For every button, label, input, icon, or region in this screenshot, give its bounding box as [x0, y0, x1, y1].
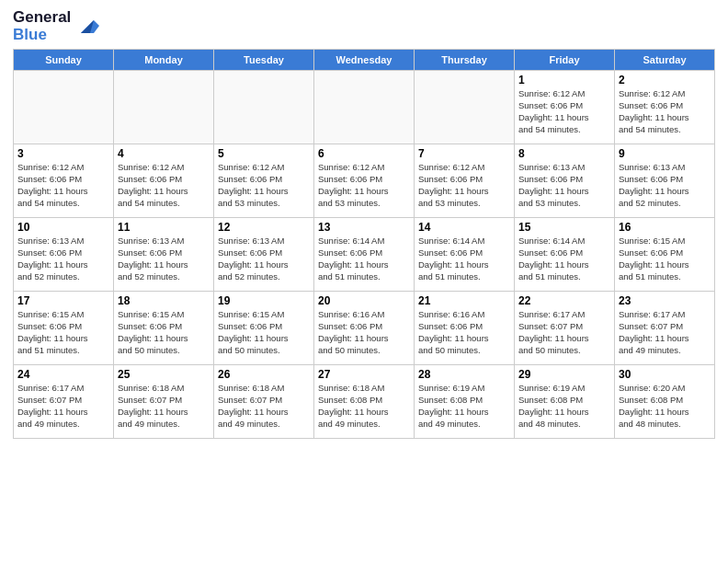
day-number: 3	[17, 147, 109, 160]
day-number: 29	[518, 368, 610, 381]
day-info: Sunrise: 6:14 AM Sunset: 6:06 PM Dayligh…	[518, 236, 610, 282]
day-info: Sunrise: 6:12 AM Sunset: 6:06 PM Dayligh…	[518, 88, 610, 135]
day-number: 4	[118, 147, 210, 160]
day-info: Sunrise: 6:19 AM Sunset: 6:08 PM Dayligh…	[518, 383, 610, 430]
calendar-cell: 3Sunrise: 6:12 AM Sunset: 6:06 PM Daylig…	[14, 144, 114, 218]
calendar-cell: 15Sunrise: 6:14 AM Sunset: 6:06 PM Dayli…	[515, 218, 615, 292]
day-number: 23	[619, 294, 711, 307]
weekday-header-monday: Monday	[114, 50, 214, 71]
day-info: Sunrise: 6:15 AM Sunset: 6:06 PM Dayligh…	[118, 309, 210, 356]
day-info: Sunrise: 6:17 AM Sunset: 6:07 PM Dayligh…	[518, 309, 610, 356]
calendar-cell: 21Sunrise: 6:16 AM Sunset: 6:06 PM Dayli…	[415, 292, 515, 365]
day-number: 2	[619, 74, 711, 86]
day-info: Sunrise: 6:13 AM Sunset: 6:06 PM Dayligh…	[218, 236, 310, 282]
day-number: 18	[118, 294, 210, 307]
calendar-cell: 5Sunrise: 6:12 AM Sunset: 6:06 PM Daylig…	[214, 144, 314, 218]
calendar-cell: 10Sunrise: 6:13 AM Sunset: 6:06 PM Dayli…	[14, 218, 114, 292]
calendar-cell: 11Sunrise: 6:13 AM Sunset: 6:06 PM Dayli…	[114, 218, 214, 292]
calendar-cell: 27Sunrise: 6:18 AM Sunset: 6:08 PM Dayli…	[314, 365, 415, 439]
weekday-header-sunday: Sunday	[14, 50, 114, 71]
calendar-cell	[114, 71, 214, 144]
day-info: Sunrise: 6:15 AM Sunset: 6:06 PM Dayligh…	[218, 309, 310, 356]
header: General Blue	[13, 9, 715, 43]
day-number: 1	[518, 74, 610, 86]
day-info: Sunrise: 6:13 AM Sunset: 6:06 PM Dayligh…	[619, 162, 711, 209]
calendar-cell: 25Sunrise: 6:18 AM Sunset: 6:07 PM Dayli…	[114, 365, 214, 439]
day-number: 17	[17, 294, 109, 307]
week-row-5: 24Sunrise: 6:17 AM Sunset: 6:07 PM Dayli…	[14, 365, 715, 439]
day-info: Sunrise: 6:12 AM Sunset: 6:06 PM Dayligh…	[218, 162, 310, 209]
day-info: Sunrise: 6:12 AM Sunset: 6:06 PM Dayligh…	[17, 162, 109, 209]
logo-icon	[74, 13, 101, 40]
calendar-cell: 23Sunrise: 6:17 AM Sunset: 6:07 PM Dayli…	[615, 292, 715, 365]
day-info: Sunrise: 6:14 AM Sunset: 6:06 PM Dayligh…	[418, 236, 510, 282]
calendar-cell: 17Sunrise: 6:15 AM Sunset: 6:06 PM Dayli…	[14, 292, 114, 365]
day-number: 22	[518, 294, 610, 307]
calendar-cell: 22Sunrise: 6:17 AM Sunset: 6:07 PM Dayli…	[515, 292, 615, 365]
day-number: 16	[619, 221, 711, 234]
logo-general: General	[13, 9, 71, 27]
calendar-cell: 12Sunrise: 6:13 AM Sunset: 6:06 PM Dayli…	[214, 218, 314, 292]
page: General Blue SundayMondayTuesdayWednesda…	[0, 0, 728, 448]
day-number: 19	[218, 294, 310, 307]
weekday-header-friday: Friday	[515, 50, 615, 71]
calendar-cell: 1Sunrise: 6:12 AM Sunset: 6:06 PM Daylig…	[515, 71, 615, 144]
day-info: Sunrise: 6:16 AM Sunset: 6:06 PM Dayligh…	[318, 309, 410, 356]
day-number: 21	[418, 294, 510, 307]
day-info: Sunrise: 6:16 AM Sunset: 6:06 PM Dayligh…	[418, 309, 510, 356]
day-number: 8	[518, 147, 610, 160]
day-info: Sunrise: 6:19 AM Sunset: 6:08 PM Dayligh…	[418, 383, 510, 430]
day-number: 5	[218, 147, 310, 160]
day-info: Sunrise: 6:12 AM Sunset: 6:06 PM Dayligh…	[619, 88, 711, 135]
weekday-header-tuesday: Tuesday	[214, 50, 314, 71]
weekday-header-row: SundayMondayTuesdayWednesdayThursdayFrid…	[14, 50, 715, 71]
calendar-table: SundayMondayTuesdayWednesdayThursdayFrid…	[13, 49, 715, 439]
day-info: Sunrise: 6:13 AM Sunset: 6:06 PM Dayligh…	[118, 236, 210, 282]
day-number: 6	[318, 147, 410, 160]
day-number: 9	[619, 147, 711, 160]
calendar-cell: 6Sunrise: 6:12 AM Sunset: 6:06 PM Daylig…	[314, 144, 415, 218]
calendar-cell: 16Sunrise: 6:15 AM Sunset: 6:06 PM Dayli…	[615, 218, 715, 292]
calendar-cell: 29Sunrise: 6:19 AM Sunset: 6:08 PM Dayli…	[515, 365, 615, 439]
day-info: Sunrise: 6:13 AM Sunset: 6:06 PM Dayligh…	[518, 162, 610, 209]
logo-blue: Blue	[13, 27, 71, 44]
calendar-cell: 19Sunrise: 6:15 AM Sunset: 6:06 PM Dayli…	[214, 292, 314, 365]
day-info: Sunrise: 6:15 AM Sunset: 6:06 PM Dayligh…	[619, 236, 711, 282]
day-info: Sunrise: 6:14 AM Sunset: 6:06 PM Dayligh…	[318, 236, 410, 282]
day-info: Sunrise: 6:15 AM Sunset: 6:06 PM Dayligh…	[17, 309, 109, 356]
week-row-2: 3Sunrise: 6:12 AM Sunset: 6:06 PM Daylig…	[14, 144, 715, 218]
week-row-3: 10Sunrise: 6:13 AM Sunset: 6:06 PM Dayli…	[14, 218, 715, 292]
day-number: 7	[418, 147, 510, 160]
day-info: Sunrise: 6:17 AM Sunset: 6:07 PM Dayligh…	[619, 309, 711, 356]
day-number: 15	[518, 221, 610, 234]
week-row-4: 17Sunrise: 6:15 AM Sunset: 6:06 PM Dayli…	[14, 292, 715, 365]
calendar-cell: 28Sunrise: 6:19 AM Sunset: 6:08 PM Dayli…	[415, 365, 515, 439]
weekday-header-saturday: Saturday	[615, 50, 715, 71]
calendar-cell: 2Sunrise: 6:12 AM Sunset: 6:06 PM Daylig…	[615, 71, 715, 144]
day-info: Sunrise: 6:18 AM Sunset: 6:07 PM Dayligh…	[118, 383, 210, 430]
day-number: 11	[118, 221, 210, 234]
weekday-header-thursday: Thursday	[415, 50, 515, 71]
weekday-header-wednesday: Wednesday	[314, 50, 415, 71]
calendar-cell: 7Sunrise: 6:12 AM Sunset: 6:06 PM Daylig…	[415, 144, 515, 218]
day-number: 13	[318, 221, 410, 234]
logo: General Blue	[13, 9, 101, 43]
day-number: 25	[118, 368, 210, 381]
calendar-cell: 13Sunrise: 6:14 AM Sunset: 6:06 PM Dayli…	[314, 218, 415, 292]
day-number: 14	[418, 221, 510, 234]
calendar-cell: 30Sunrise: 6:20 AM Sunset: 6:08 PM Dayli…	[615, 365, 715, 439]
day-info: Sunrise: 6:13 AM Sunset: 6:06 PM Dayligh…	[17, 236, 109, 282]
calendar-cell: 18Sunrise: 6:15 AM Sunset: 6:06 PM Dayli…	[114, 292, 214, 365]
day-info: Sunrise: 6:18 AM Sunset: 6:08 PM Dayligh…	[318, 383, 410, 430]
calendar-cell	[314, 71, 415, 144]
calendar-cell: 24Sunrise: 6:17 AM Sunset: 6:07 PM Dayli…	[14, 365, 114, 439]
calendar-cell	[214, 71, 314, 144]
calendar-cell: 20Sunrise: 6:16 AM Sunset: 6:06 PM Dayli…	[314, 292, 415, 365]
day-info: Sunrise: 6:12 AM Sunset: 6:06 PM Dayligh…	[118, 162, 210, 209]
day-info: Sunrise: 6:12 AM Sunset: 6:06 PM Dayligh…	[418, 162, 510, 209]
calendar-cell: 14Sunrise: 6:14 AM Sunset: 6:06 PM Dayli…	[415, 218, 515, 292]
day-number: 28	[418, 368, 510, 381]
day-number: 24	[17, 368, 109, 381]
calendar-cell: 26Sunrise: 6:18 AM Sunset: 6:07 PM Dayli…	[214, 365, 314, 439]
day-number: 27	[318, 368, 410, 381]
